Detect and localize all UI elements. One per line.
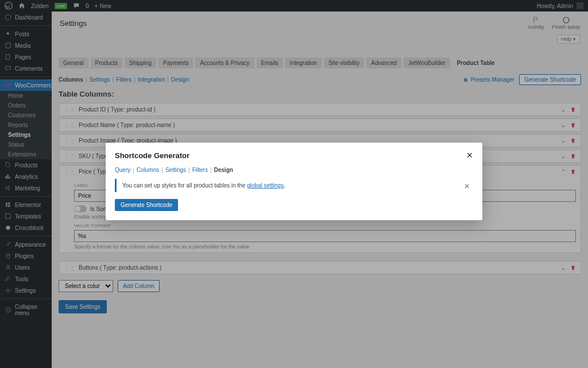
home-icon[interactable] xyxy=(18,2,25,9)
section-title: Table Columns: xyxy=(52,90,588,103)
trash-icon[interactable] xyxy=(570,122,576,128)
sidebar-item-pages[interactable]: Pages xyxy=(0,51,52,63)
site-name[interactable]: Zolden xyxy=(31,3,49,9)
chevron-down-icon[interactable]: ⌄ xyxy=(561,122,566,128)
comment-icon xyxy=(5,65,11,72)
subnav-settings[interactable]: Settings xyxy=(89,76,110,83)
svg-rect-9 xyxy=(7,206,10,207)
tab-shipping[interactable]: Shipping xyxy=(125,57,156,68)
column-title: Product Name ( Type: product-name ) xyxy=(79,122,175,128)
drag-handle-icon[interactable]: ⋮⋮ xyxy=(64,122,75,128)
settings-tabs: General Products Shipping Payments Accou… xyxy=(52,57,588,68)
trash-icon[interactable] xyxy=(570,169,576,175)
modal-tab-settings[interactable]: Settings xyxy=(165,167,186,173)
comment-icon[interactable] xyxy=(73,2,80,9)
sidebar-item-crocoblock[interactable]: Crocoblock xyxy=(0,222,52,233)
subnav-row: Columns | Settings | Filters | Integrati… xyxy=(52,68,588,90)
sidebar-item-tools[interactable]: Tools xyxy=(0,273,52,285)
woo-sub-reports[interactable]: Reports xyxy=(0,120,52,130)
modal-notice: You can set up styles for all product ta… xyxy=(115,179,473,192)
new-content-button[interactable]: + New xyxy=(95,3,111,9)
woo-sub-extensions[interactable]: Extensions xyxy=(0,150,52,159)
tab-integration[interactable]: Integration xyxy=(285,57,322,68)
tab-visibility[interactable]: Site visibility xyxy=(324,57,364,68)
notice-close-icon[interactable]: ✕ xyxy=(464,182,470,190)
woo-sub-settings[interactable]: Settings xyxy=(0,130,52,140)
sidebar-item-media[interactable]: Media xyxy=(0,40,52,51)
howdy-text[interactable]: Howdy, Admin xyxy=(537,3,573,9)
drag-handle-icon[interactable]: ⋮⋮ xyxy=(64,106,75,113)
subnav-filters[interactable]: Filters xyxy=(116,76,131,83)
modal-generate-shortcode-button[interactable]: Generate Shortcode xyxy=(115,199,178,211)
woo-icon xyxy=(5,82,11,89)
chevron-up-icon[interactable]: ⌃ xyxy=(561,168,566,175)
modal-tab-filters[interactable]: Filters xyxy=(192,167,208,173)
trash-icon[interactable] xyxy=(570,265,576,271)
woo-sub-customers[interactable]: Customers xyxy=(0,110,52,120)
generate-shortcode-button[interactable]: Generate Shortcode xyxy=(519,74,581,85)
sidebar-item-analytics[interactable]: Analytics xyxy=(0,171,52,182)
tab-general[interactable]: General xyxy=(59,57,88,68)
trash-icon[interactable] xyxy=(570,154,576,159)
tab-emails[interactable]: Emails xyxy=(257,57,283,68)
woo-sub-home[interactable]: Home xyxy=(0,91,52,101)
finish-setup-button[interactable]: Finish setup xyxy=(552,16,580,30)
tab-accounts[interactable]: Accounts & Privacy xyxy=(195,57,254,68)
sidebar-item-woocommerce[interactable]: WooCommerce xyxy=(0,79,52,91)
close-icon[interactable]: ✕ xyxy=(466,151,473,160)
presets-manager-link[interactable]: Presets Manager xyxy=(463,76,514,83)
sidebar-item-marketing[interactable]: Marketing xyxy=(0,182,52,194)
user-icon xyxy=(5,264,11,271)
column-select[interactable]: Select a column... xyxy=(59,280,113,292)
chevron-down-icon[interactable]: ⌄ xyxy=(561,106,566,113)
tag-icon xyxy=(5,162,11,168)
save-settings-button[interactable]: Save Settings xyxy=(59,300,107,313)
activity-button[interactable]: Activity xyxy=(528,16,544,30)
chevron-down-icon[interactable]: ⌄ xyxy=(561,264,566,271)
sidebar-item-products[interactable]: Products xyxy=(0,159,52,171)
format-input[interactable] xyxy=(74,230,576,242)
help-toggle[interactable]: Help ▾ xyxy=(557,34,580,44)
subnav-integration[interactable]: Integration xyxy=(138,76,165,83)
sidebar-collapse[interactable]: Collapse menu xyxy=(0,301,52,319)
tab-advanced[interactable]: Advanced xyxy=(366,57,401,68)
drag-handle-icon[interactable]: ⋮⋮ xyxy=(64,137,75,144)
sidebar-item-elementor[interactable]: Elementor xyxy=(0,199,52,210)
modal-tab-columns[interactable]: Columns xyxy=(137,167,159,173)
drag-handle-icon[interactable]: ⋮⋮ xyxy=(64,168,75,175)
sidebar-item-comments[interactable]: Comments xyxy=(0,63,52,74)
tab-products[interactable]: Products xyxy=(91,57,122,68)
subnav-design[interactable]: Design xyxy=(171,76,189,83)
trash-icon[interactable] xyxy=(570,107,576,113)
sidebar-item-settings[interactable]: Settings xyxy=(0,285,52,296)
sidebar-item-appearance[interactable]: Appearance xyxy=(0,239,52,250)
avatar[interactable] xyxy=(577,2,583,9)
chevron-down-icon[interactable]: ⌄ xyxy=(561,137,566,144)
chevron-down-icon[interactable]: ⌄ xyxy=(561,153,566,159)
admin-bar: Zolden Live 0 + New Howdy, Admin xyxy=(0,0,588,12)
tab-product-table[interactable]: Product Table xyxy=(452,57,500,68)
woo-sub-status[interactable]: Status xyxy=(0,140,52,150)
sidebar-item-users[interactable]: Users xyxy=(0,262,52,273)
brush-icon xyxy=(5,241,11,248)
sidebar-item-plugins[interactable]: Plugins xyxy=(0,250,52,262)
collapse-icon xyxy=(5,306,11,313)
global-settings-link[interactable]: global settings xyxy=(247,182,284,189)
modal-tab-design[interactable]: Design xyxy=(214,167,233,173)
sidebar-item-templates[interactable]: Templates xyxy=(0,210,52,222)
drag-handle-icon[interactable]: ⋮⋮ xyxy=(64,153,75,159)
tab-jetwoobuilder[interactable]: JetWooBuilder xyxy=(404,57,450,68)
woo-sub-orders[interactable]: Orders xyxy=(0,101,52,110)
sidebar-item-dashboard[interactable]: Dashboard xyxy=(0,12,52,23)
subnav-columns[interactable]: Columns xyxy=(59,76,83,83)
add-column-button[interactable]: Add Column xyxy=(118,280,160,292)
wordpress-logo-icon[interactable] xyxy=(5,2,13,10)
drag-handle-icon[interactable]: ⋮⋮ xyxy=(64,264,75,271)
sidebar-item-posts[interactable]: Posts xyxy=(0,28,52,40)
progress-circle-icon xyxy=(562,16,570,24)
sortable-toggle[interactable] xyxy=(74,205,87,212)
trash-icon[interactable] xyxy=(570,138,576,144)
svg-point-18 xyxy=(465,80,466,82)
modal-tab-query[interactable]: Query xyxy=(115,167,130,173)
tab-payments[interactable]: Payments xyxy=(158,57,193,68)
